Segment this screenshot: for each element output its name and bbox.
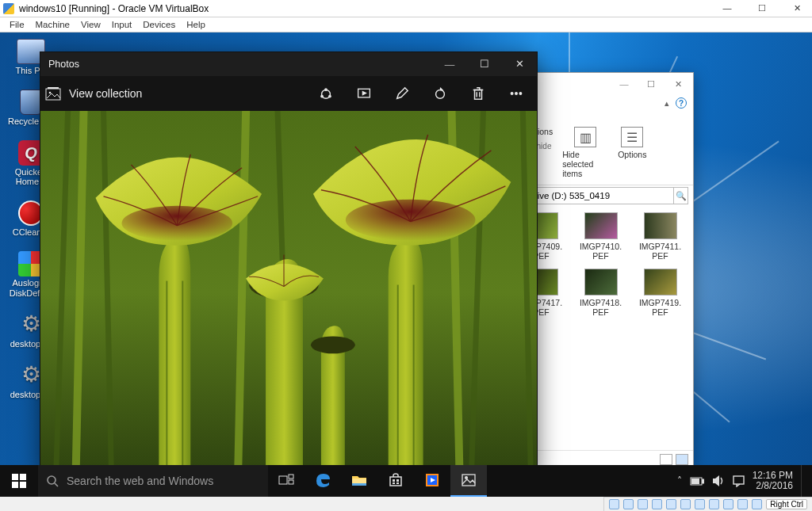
- vb-menu-file[interactable]: File: [10, 20, 25, 29]
- photos-more-button[interactable]: [500, 78, 532, 109]
- ribbon-collapse-chevron-icon[interactable]: ▴: [665, 98, 669, 109]
- vb-status-display-icon[interactable]: [695, 499, 705, 509]
- taskbar-clock[interactable]: 12:16 PM 2/8/2016: [753, 471, 793, 491]
- vb-status-audio-icon[interactable]: [638, 499, 648, 509]
- svg-rect-47: [702, 479, 703, 483]
- vb-statusbar: Right Ctrl: [603, 497, 812, 511]
- svg-point-5: [321, 95, 323, 97]
- svg-point-30: [48, 476, 56, 484]
- file-thumbnail: [644, 212, 677, 239]
- explorer-help-button[interactable]: ?: [676, 97, 687, 109]
- taskbar: Search the web and Windows ˄ 12:16 PM 2/…: [0, 465, 812, 497]
- svg-rect-39: [396, 479, 399, 482]
- photos-toolbar: View collection: [40, 76, 537, 111]
- taskbar-media-player-button[interactable]: [414, 465, 450, 497]
- tray-battery-icon[interactable]: [690, 477, 704, 486]
- taskbar-search-placeholder: Search the web and Windows: [67, 475, 213, 487]
- virtualbox-icon: [3, 3, 14, 14]
- photo-content: [40, 111, 537, 475]
- svg-rect-37: [390, 477, 401, 486]
- vb-status-cpu-icon[interactable]: [723, 499, 733, 509]
- show-desktop-button[interactable]: [801, 465, 806, 497]
- svg-point-12: [519, 93, 522, 95]
- file-label: IMGP7418.PEF: [580, 298, 622, 317]
- svg-point-4: [325, 89, 327, 90]
- vb-status-hd-icon[interactable]: [609, 499, 619, 509]
- file-label: IMGP7419.PEF: [639, 298, 681, 317]
- recycle-bin-icon: [20, 90, 42, 115]
- file-item[interactable]: IMGP7411.PEF: [632, 212, 688, 261]
- photos-rotate-button[interactable]: [424, 78, 456, 109]
- vb-status-net-icon[interactable]: [652, 499, 662, 509]
- vb-status-shared-icon[interactable]: [680, 499, 691, 509]
- explorer-details-view-button[interactable]: [660, 454, 672, 465]
- vb-menu-machine[interactable]: Machine: [36, 20, 70, 29]
- svg-rect-49: [733, 476, 744, 484]
- explorer-icons-view-button[interactable]: [676, 454, 688, 465]
- explorer-close-button[interactable]: ✕: [665, 74, 691, 93]
- vb-minimize-button[interactable]: —: [715, 3, 739, 13]
- vb-menu-help[interactable]: Help: [186, 20, 205, 29]
- tray-chevron-up-icon[interactable]: ˄: [677, 475, 682, 486]
- photos-maximize-button[interactable]: ☐: [467, 52, 502, 76]
- photos-slideshow-button[interactable]: [348, 78, 380, 109]
- vb-close-button[interactable]: ✕: [785, 3, 809, 13]
- windows-logo-icon: [12, 474, 26, 488]
- photos-close-button[interactable]: ✕: [502, 52, 537, 76]
- file-label: IMGP7411.PEF: [639, 242, 681, 261]
- explorer-maximize-button[interactable]: ☐: [638, 74, 665, 93]
- explorer-minimize-button[interactable]: —: [611, 74, 638, 93]
- ribbon-hide-items-button[interactable]: ▥ Hide selected items: [562, 127, 608, 178]
- vb-status-mouse-icon[interactable]: [737, 499, 748, 509]
- explorer-search-button[interactable]: 🔍: [674, 187, 688, 204]
- photos-delete-button[interactable]: [462, 78, 494, 109]
- task-view-button[interactable]: [268, 465, 304, 497]
- vb-status-record-icon[interactable]: [709, 499, 719, 509]
- photos-titlebar[interactable]: Photos — ☐ ✕: [40, 52, 537, 76]
- file-label: IMGP7410.PEF: [580, 242, 622, 261]
- svg-point-29: [311, 336, 355, 353]
- photos-viewport[interactable]: [40, 111, 537, 475]
- svg-point-8: [436, 90, 445, 99]
- guest-desktop: This PC Recycle Bin Q Quicken Home... CC…: [0, 32, 812, 497]
- vb-menu-view[interactable]: View: [81, 20, 101, 29]
- photos-edit-button[interactable]: [386, 78, 418, 109]
- svg-rect-1: [48, 87, 59, 89]
- vb-titlebar[interactable]: windows10 [Running] - Oracle VM VirtualB…: [0, 0, 812, 17]
- vb-status-usb-icon[interactable]: [666, 499, 676, 509]
- taskbar-file-explorer-button[interactable]: [341, 465, 377, 497]
- tray-volume-icon[interactable]: [712, 475, 725, 486]
- vb-maximize-button[interactable]: ☐: [750, 3, 774, 13]
- ribbon-options-label: Options: [618, 150, 646, 159]
- vb-host-key[interactable]: Right Ctrl: [766, 499, 807, 509]
- svg-rect-0: [46, 89, 60, 100]
- vb-menubar: File Machine View Input Devices Help: [0, 17, 812, 32]
- photos-view-collection-button[interactable]: View collection: [45, 86, 142, 101]
- svg-rect-36: [352, 483, 366, 486]
- taskbar-store-button[interactable]: [377, 465, 414, 497]
- file-item[interactable]: IMGP7419.PEF: [632, 269, 688, 317]
- vb-menu-devices[interactable]: Devices: [143, 20, 175, 29]
- taskbar-photos-button[interactable]: [450, 465, 487, 497]
- file-item[interactable]: IMGP7418.PEF: [573, 269, 629, 317]
- options-icon: ☰: [621, 127, 643, 147]
- file-item[interactable]: IMGP7410.PEF: [573, 212, 629, 261]
- vb-status-cd-icon[interactable]: [623, 499, 634, 509]
- photos-minimize-button[interactable]: —: [432, 52, 467, 76]
- svg-rect-41: [396, 482, 399, 484]
- search-icon: [46, 475, 59, 487]
- taskbar-edge-button[interactable]: [304, 465, 341, 497]
- svg-rect-48: [691, 479, 699, 483]
- taskbar-search[interactable]: Search the web and Windows: [38, 465, 268, 497]
- vb-menu-input[interactable]: Input: [112, 20, 132, 29]
- ribbon-hide-items-label: Hide selected items: [562, 150, 608, 178]
- start-button[interactable]: [0, 465, 38, 497]
- photos-share-button[interactable]: [310, 78, 342, 109]
- ribbon-options-button[interactable]: ☰ Options: [618, 127, 646, 159]
- hide-items-icon: ▥: [574, 127, 596, 147]
- svg-point-2: [49, 92, 52, 94]
- svg-rect-9: [475, 90, 482, 100]
- vb-status-keyboard-icon[interactable]: [752, 499, 762, 509]
- photos-window[interactable]: Photos — ☐ ✕ View collection: [40, 51, 538, 475]
- tray-notifications-icon[interactable]: [733, 475, 745, 487]
